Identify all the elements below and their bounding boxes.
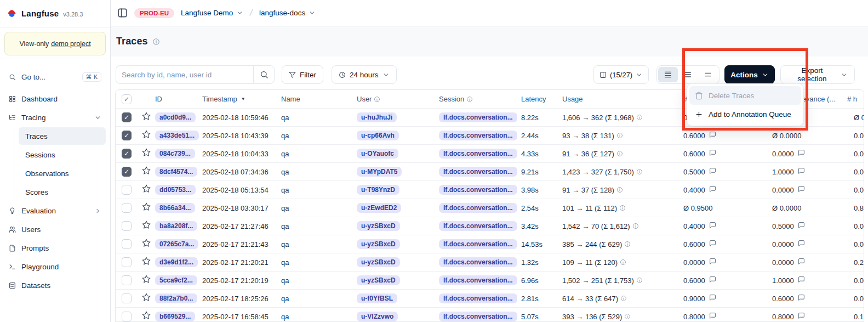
sidebar-item-tracing[interactable]: Tracing — [4, 109, 106, 126]
row-height-medium-button[interactable] — [678, 67, 698, 82]
bookmark-star-icon[interactable] — [142, 184, 151, 195]
row-height-small-button[interactable] — [658, 67, 678, 82]
user-id-badge[interactable]: u-VIZzvwo — [357, 312, 398, 321]
row-checkbox[interactable] — [122, 312, 132, 321]
sidebar-item-scores[interactable]: Scores — [19, 183, 106, 201]
bookmark-star-icon[interactable] — [142, 130, 151, 141]
trace-id-badge[interactable]: ba8a208f... — [155, 221, 197, 231]
bookmark-star-icon[interactable] — [142, 148, 151, 159]
trace-id-badge[interactable]: 88f2a7b0... — [155, 293, 197, 303]
row-checkbox[interactable]: ✓ — [122, 112, 132, 122]
sidebar-item-dashboard[interactable]: Dashboard — [4, 90, 106, 108]
header-latency[interactable]: Latency — [519, 95, 561, 103]
row-checkbox[interactable]: ✓ — [122, 167, 132, 177]
session-id-badge[interactable]: lf.docs.conversation... — [439, 257, 517, 267]
trace-id-badge[interactable]: b669529... — [155, 312, 195, 321]
session-id-badge[interactable]: lf.docs.conversation... — [439, 167, 517, 177]
row-checkbox[interactable] — [122, 257, 132, 267]
sidebar-item-datasets[interactable]: Datasets — [4, 276, 106, 294]
bookmark-star-icon[interactable] — [142, 166, 151, 177]
user-id-badge[interactable]: u-cp66Avh — [357, 131, 399, 140]
sidebar-item-playground[interactable]: Playground — [4, 258, 106, 275]
user-id-badge[interactable]: u-zEwdED2 — [357, 203, 401, 213]
session-id-badge[interactable]: lf.docs.conversation... — [439, 312, 517, 321]
sidebar-item-users[interactable]: Users — [4, 221, 106, 238]
search-submit-button[interactable] — [253, 65, 275, 84]
score-cell-relevance: 0.5000 — [772, 222, 847, 230]
session-id-badge[interactable]: lf.docs.conversation... — [439, 221, 517, 231]
user-id-badge[interactable]: u-huJhuJi — [357, 112, 397, 122]
user-id-badge[interactable]: u-MYpDAT5 — [357, 167, 402, 177]
sidebar-item-evaluation[interactable]: Evaluation — [4, 202, 106, 219]
select-all-checkbox[interactable]: ✓ — [122, 94, 132, 104]
user-id-badge[interactable]: u-OYauofc — [357, 149, 398, 159]
bookmark-star-icon[interactable] — [142, 275, 151, 286]
menu-item-add-to-annotation-queue[interactable]: Add to Annotation Queue — [689, 105, 801, 123]
session-id-badge[interactable]: lf.docs.conversation... — [439, 203, 517, 213]
sidebar-item-observations[interactable]: Observations — [19, 165, 106, 182]
goto-button[interactable]: Go to... ⌘ K — [4, 68, 106, 86]
row-checkbox[interactable] — [122, 203, 132, 213]
panel-toggle-icon[interactable] — [117, 8, 128, 18]
row-checkbox[interactable] — [122, 185, 132, 195]
user-id-badge[interactable]: u-yzSBxcD — [357, 257, 400, 267]
header-name[interactable]: Name — [279, 95, 356, 103]
trace-id-badge[interactable]: a0cd0d9... — [155, 112, 196, 122]
bookmark-star-icon[interactable] — [142, 202, 151, 213]
search-input[interactable] — [116, 65, 253, 84]
filter-button[interactable]: Filter — [282, 65, 323, 84]
project-selector[interactable]: langfuse-docs — [259, 9, 316, 17]
column-visibility-button[interactable]: (15/27) — [593, 65, 649, 84]
session-id-badge[interactable]: lf.docs.conversation... — [439, 185, 517, 195]
bookmark-star-icon[interactable] — [142, 257, 151, 268]
header-session[interactable]: Session — [437, 95, 519, 103]
user-id-badge[interactable]: u-yzSBxcD — [357, 221, 400, 231]
chevron-down-icon — [236, 9, 243, 16]
page-title: Traces — [116, 36, 148, 47]
bookmark-star-icon[interactable] — [142, 221, 151, 231]
sidebar-item-prompts[interactable]: Prompts — [4, 239, 106, 257]
session-id-badge[interactable]: lf.docs.conversation... — [439, 149, 517, 159]
trace-id-badge[interactable]: 07265c7a... — [155, 239, 198, 249]
org-selector[interactable]: Langfuse Demo — [181, 9, 243, 17]
header-score-3[interactable]: # h — [847, 95, 864, 103]
session-id-badge[interactable]: lf.docs.conversation... — [439, 239, 517, 249]
bookmark-star-icon[interactable] — [142, 112, 151, 123]
row-height-large-button[interactable] — [698, 67, 718, 82]
user-id-badge[interactable]: u-T98YnzD — [357, 185, 399, 195]
trace-id-badge[interactable]: d3e9d1f2... — [155, 257, 198, 267]
row-checkbox[interactable]: ✓ — [122, 149, 132, 159]
menu-item-delete-traces[interactable]: Delete Traces — [689, 86, 801, 105]
trace-id-badge[interactable]: 8dcf4574... — [155, 167, 197, 177]
sidebar-item-sessions[interactable]: Sessions — [19, 146, 106, 163]
row-checkbox[interactable]: ✓ — [122, 131, 132, 140]
user-id-badge[interactable]: u-yzSBxcD — [357, 239, 400, 249]
trace-id-badge[interactable]: 8b66a34... — [155, 203, 195, 213]
trace-id-badge[interactable]: 5cca9cf2... — [155, 275, 197, 285]
row-checkbox[interactable] — [122, 239, 132, 249]
sidebar-item-traces[interactable]: Traces — [19, 127, 106, 145]
header-id[interactable]: ID — [155, 95, 202, 103]
session-id-badge[interactable]: lf.docs.conversation... — [439, 131, 517, 140]
header-usage[interactable]: Usage — [561, 95, 683, 103]
demo-project-link[interactable]: demo project — [51, 40, 90, 48]
session-id-badge[interactable]: lf.docs.conversation... — [439, 293, 517, 303]
trace-id-badge[interactable]: a433de51... — [155, 131, 199, 140]
row-checkbox[interactable] — [122, 275, 132, 285]
session-id-badge[interactable]: lf.docs.conversation... — [439, 112, 517, 122]
export-selection-button[interactable]: Export selection — [780, 65, 855, 84]
row-checkbox[interactable] — [122, 221, 132, 231]
user-id-badge[interactable]: u-yzSBxcD — [357, 275, 400, 285]
bookmark-star-icon[interactable] — [142, 239, 151, 250]
bookmark-star-icon[interactable] — [142, 293, 151, 304]
session-id-badge[interactable]: lf.docs.conversation... — [439, 275, 517, 285]
time-range-button[interactable]: 24 hours — [332, 65, 397, 84]
row-checkbox[interactable] — [122, 293, 132, 303]
trace-id-badge[interactable]: 084c739... — [155, 149, 195, 159]
actions-button[interactable]: Actions — [724, 65, 775, 84]
header-user[interactable]: User — [356, 95, 437, 103]
bookmark-star-icon[interactable] — [142, 311, 151, 322]
user-id-badge[interactable]: u-f0YfBSL — [357, 293, 397, 303]
trace-id-badge[interactable]: dd05753... — [155, 185, 196, 195]
header-timestamp[interactable]: Timestamp ▼ — [202, 95, 279, 103]
